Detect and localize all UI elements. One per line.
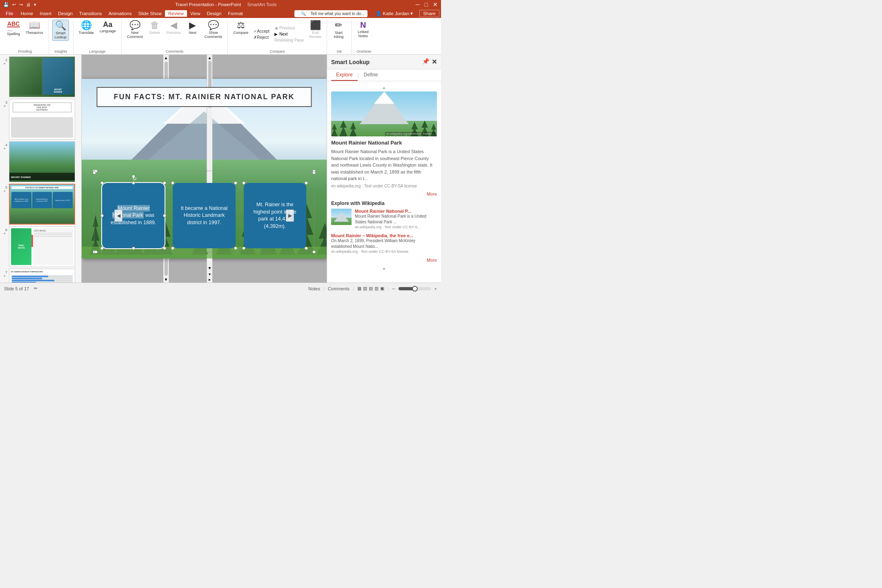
zoom-thumb[interactable]	[412, 286, 418, 292]
slide-thumb-4[interactable]: 4 ★ MOUNT RAINIER	[2, 141, 80, 182]
accept-btn[interactable]: ✓ Accept	[252, 29, 271, 34]
start-inking-btn[interactable]: ✏ StartInking	[330, 20, 347, 40]
window-controls[interactable]: ─ □ ✕	[416, 1, 438, 8]
handle-bl-3[interactable]	[242, 247, 245, 250]
scroll-down-btn[interactable]: ▼	[164, 277, 168, 282]
minimize-btn[interactable]: ─	[416, 1, 420, 8]
new-comment-btn[interactable]: 💬 NewComment	[125, 20, 145, 40]
menu-transitions[interactable]: Transitions	[76, 10, 105, 17]
view-slide-sorter-btn[interactable]: ▥	[374, 286, 379, 291]
menu-file[interactable]: File	[2, 10, 18, 17]
menu-slideshow[interactable]: Slide Show	[135, 10, 165, 17]
wiki-result-2[interactable]: Mount Rainier – Wikipedia, the free e...…	[331, 233, 437, 254]
slide-thumbnail-6[interactable]: TRAILVISTAS DAY HIKING	[9, 226, 75, 267]
menu-view[interactable]: View	[187, 10, 204, 17]
notes-btn[interactable]: Notes	[308, 286, 320, 291]
menu-insert[interactable]: Insert	[36, 10, 55, 17]
menu-review[interactable]: Review	[165, 10, 187, 17]
handle-br-2[interactable]	[234, 247, 237, 250]
undo-icon[interactable]: ↩	[12, 2, 16, 7]
spelling-btn[interactable]: ABC ___ Spelling	[5, 20, 22, 37]
tab-define[interactable]: Define	[359, 69, 383, 81]
slide-title[interactable]: FUN FACTS: MT. RAINIER NATIONAL PARK	[97, 87, 312, 107]
share-btn[interactable]: Share	[419, 10, 439, 17]
handle-tr-1[interactable]	[163, 181, 166, 185]
linked-notes-btn[interactable]: N LinkedNotes	[355, 20, 371, 39]
menu-format[interactable]: Format	[225, 10, 246, 17]
slide-panel[interactable]: 2 ★ MOUNTRAINIER 3 ★ WEEKEND ORHOLIDAYGE…	[0, 55, 82, 283]
handle-tl-2[interactable]	[171, 181, 174, 185]
slide-thumb-3[interactable]: 3 ★ WEEKEND ORHOLIDAYGETAWAY	[2, 99, 80, 140]
handle-tr-2[interactable]	[234, 181, 237, 185]
handle-tm-1[interactable]	[132, 181, 135, 185]
next-comment-btn[interactable]: ▶ Next	[185, 20, 201, 36]
compare-prev-btn[interactable]: ◀ Previous	[273, 25, 305, 31]
close-btn[interactable]: ✕	[433, 1, 438, 8]
view-icons[interactable]: ▦ ▨ ▤ ▥ ▣	[357, 286, 384, 291]
smartart-card-1[interactable]: ↻ Mount Rainier National Park was establ…	[102, 183, 165, 248]
smartart-card-2[interactable]: It became a National Historic Landmark d…	[173, 183, 235, 248]
view-presenter-btn[interactable]: ▣	[380, 286, 384, 291]
maximize-btn[interactable]: □	[425, 1, 428, 8]
slide-thumb-2[interactable]: 2 ★ MOUNTRAINIER	[2, 56, 80, 97]
language-btn[interactable]: Aa Language	[98, 20, 118, 34]
handle-tr-3[interactable]	[305, 181, 308, 185]
slide-thumbnail-7[interactable]: MT. RAINIER AVERAGE TEMPERATURES	[9, 269, 75, 283]
slide-thumbnail-5[interactable]: FUN FACTS: MT. RAINIER NATIONAL PARK Mou…	[9, 184, 75, 225]
handle-mr-1[interactable]	[163, 214, 166, 217]
v-scroll-adj2[interactable]: ▸	[209, 277, 211, 282]
print-icon[interactable]: 🖨	[26, 2, 31, 7]
slide-thumbnail-4[interactable]: MOUNT RAINIER	[9, 141, 75, 182]
reject-btn[interactable]: ✗ Reject	[252, 35, 271, 40]
menu-design[interactable]: Design	[55, 10, 76, 17]
smartart-container[interactable]: ◀ ↻ Mount Rainier National Park was esta…	[102, 183, 306, 248]
smartart-card-3[interactable]: Mt. Rainer is the highest point in the p…	[244, 183, 306, 248]
handle-bm-1[interactable]	[132, 247, 135, 250]
slide-thumbnail-3[interactable]: WEEKEND ORHOLIDAYGETAWAY	[9, 99, 75, 140]
view-normal-btn[interactable]: ▦	[357, 286, 361, 291]
smartart-nav-right[interactable]: ▶	[286, 209, 294, 222]
thesaurus-btn[interactable]: 📖 Thesaurus	[24, 20, 45, 36]
compare-btn[interactable]: ⚖ Compare	[231, 20, 250, 36]
v-scroll-up[interactable]: ▲	[208, 56, 212, 60]
previous-btn[interactable]: ◀ Previous	[165, 20, 183, 36]
slide-thumb-6[interactable]: 6 ★ TRAILVISTAS DAY HIKING	[2, 226, 80, 267]
v-scroll-adj1[interactable]: ▾	[209, 272, 211, 276]
view-outline-btn[interactable]: ▨	[363, 286, 367, 291]
smart-lookup-content[interactable]: ▲	[327, 81, 441, 283]
handle-tl-3[interactable]	[242, 181, 245, 185]
zoom-out-btn[interactable]: ─	[392, 286, 395, 291]
user-menu[interactable]: 👤 Katie Jordan ▾	[372, 10, 416, 17]
menu-design2[interactable]: Design	[204, 10, 225, 17]
smart-lookup-controls[interactable]: 📌 ✕	[422, 58, 437, 66]
lookup-main-more-btn[interactable]: More	[331, 192, 437, 196]
smartart-nav-left[interactable]: ◀	[114, 209, 122, 222]
search-box[interactable]: 🔍 Tell me what you want to do...	[294, 10, 368, 17]
lookup-more-btn[interactable]: More	[331, 258, 437, 263]
v-scroll-down[interactable]: ▼	[208, 266, 212, 270]
comments-status-btn[interactable]: Comments	[328, 286, 350, 291]
compare-next-btn[interactable]: ▶ Next	[273, 31, 305, 37]
slide-thumbnail-2[interactable]: MOUNTRAINIER	[9, 56, 75, 97]
menu-animations[interactable]: Animations	[105, 10, 135, 17]
handle-ml-1[interactable]	[100, 214, 104, 217]
zoom-slider[interactable]	[399, 287, 431, 290]
wiki-result-1-title[interactable]: Mount Rainier National P...	[355, 209, 437, 214]
view-reading-btn[interactable]: ▤	[369, 286, 373, 291]
scroll-up-btn[interactable]: ▲	[164, 56, 168, 60]
handle-tl-1[interactable]	[100, 181, 104, 185]
reviewing-pane-btn[interactable]: Reviewing Pane	[273, 38, 305, 43]
menu-home[interactable]: Home	[18, 10, 37, 17]
smart-lookup-pin-btn[interactable]: 📌	[422, 58, 429, 66]
end-review-btn[interactable]: ⬛ EndReview	[307, 20, 323, 40]
wiki-result-2-title[interactable]: Mount Rainier – Wikipedia, the free e...	[331, 233, 437, 238]
edit-icon[interactable]: ✏	[34, 286, 38, 291]
translate-btn[interactable]: 🌐 Translate	[77, 20, 96, 36]
smart-lookup-close-btn[interactable]: ✕	[432, 58, 437, 66]
handle-br-3[interactable]	[305, 247, 308, 250]
handle-bl-1[interactable]	[100, 247, 104, 250]
slide-thumb-5[interactable]: 5 ★ FUN FACTS: MT. RAINIER NATIONAL PARK…	[2, 184, 80, 225]
wiki-result-1[interactable]: Mount Rainier National P... Mount Rainie…	[331, 209, 437, 229]
redo-icon[interactable]: ↪	[19, 2, 23, 7]
zoom-in-btn[interactable]: +	[434, 286, 437, 291]
